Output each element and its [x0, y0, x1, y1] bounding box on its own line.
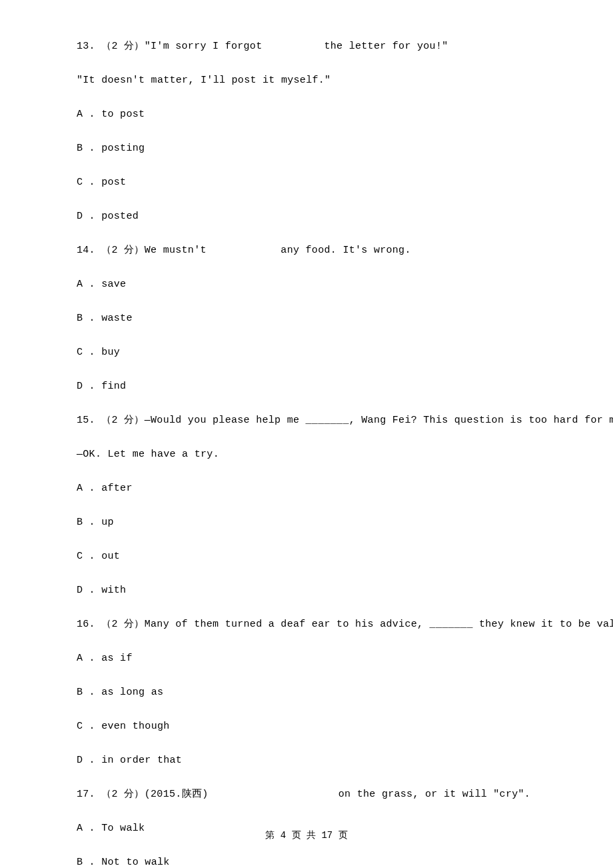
- page-content: 13. （2 分）"I'm sorry I forgot the letter …: [0, 0, 613, 868]
- q13-opt-c-text: post: [101, 177, 126, 188]
- q14-opt-d-text: find: [101, 381, 126, 392]
- q14-points: （2 分）: [101, 245, 145, 256]
- q15-opt-a-text: after: [101, 483, 133, 494]
- q13-stem-line2: "It doesn't matter, I'll post it myself.…: [77, 73, 546, 89]
- q13-opt-c: C . post: [77, 175, 546, 191]
- q16-opt-a: A . as if: [77, 651, 546, 667]
- q15-opt-c: C . out: [77, 549, 546, 565]
- q16-opt-d: D . in order that: [77, 753, 546, 769]
- q15-stem-line2: —OK. Let me have a try.: [77, 447, 546, 463]
- q15-opt-d: D . with: [77, 583, 546, 599]
- q14-number: 14.: [77, 245, 95, 256]
- q13-opt-a-text: to post: [101, 109, 145, 120]
- q16-opt-b: B . as long as: [77, 685, 546, 701]
- q14-opt-d: D . find: [77, 379, 546, 395]
- q13-opt-b: B . posting: [77, 141, 546, 157]
- q15-opt-d-text: with: [101, 585, 126, 596]
- q15-opt-b: B . up: [77, 515, 546, 531]
- q16-stem-line1: 16. （2 分）Many of them turned a deaf ear …: [77, 617, 546, 633]
- q16-opt-a-text: as if: [101, 653, 133, 664]
- q13-opt-d: D . posted: [77, 209, 546, 225]
- q15-points: （2 分）: [101, 415, 145, 426]
- q14-opt-c-text: buy: [101, 347, 120, 358]
- q15-text1: —Would you please help me _______, Wang …: [145, 415, 613, 426]
- q14-opt-c: C . buy: [77, 345, 546, 361]
- q15-opt-a: A . after: [77, 481, 546, 497]
- q13-points: （2 分）: [101, 41, 145, 52]
- q16-opt-b-text: as long as: [101, 687, 163, 698]
- q14-text1: We mustn't any food. It's wrong.: [145, 245, 411, 256]
- q15-opt-b-text: up: [101, 517, 114, 528]
- q13-number: 13.: [77, 41, 95, 52]
- q17-text1: (2015.陕西) on the grass, or it will "cry"…: [145, 789, 530, 800]
- q14-opt-a-text: save: [101, 279, 126, 290]
- q13-opt-a: A . to post: [77, 107, 546, 123]
- q17-number: 17.: [77, 789, 95, 800]
- q17-opt-b-text: Not to walk: [101, 857, 169, 868]
- q16-opt-d-text: in order that: [101, 755, 182, 766]
- q17-stem-line1: 17. （2 分）(2015.陕西) on the grass, or it w…: [77, 787, 546, 803]
- q15-stem-line1: 15. （2 分）—Would you please help me _____…: [77, 413, 546, 429]
- q14-opt-b: B . waste: [77, 311, 546, 327]
- q14-opt-b-text: waste: [101, 313, 133, 324]
- q13-opt-b-text: posting: [101, 143, 145, 154]
- q16-points: （2 分）: [101, 619, 145, 630]
- q13-stem-line1: 13. （2 分）"I'm sorry I forgot the letter …: [77, 39, 546, 55]
- q15-number: 15.: [77, 415, 95, 426]
- q16-text1: Many of them turned a deaf ear to his ad…: [145, 619, 613, 630]
- q14-opt-a: A . save: [77, 277, 546, 293]
- q16-opt-c: C . even though: [77, 719, 546, 735]
- q13-text1: "I'm sorry I forgot the letter for you!": [145, 41, 448, 52]
- q15-opt-c-text: out: [101, 551, 120, 562]
- page-footer: 第 4 页 共 17 页: [0, 828, 613, 843]
- q13-opt-d-text: posted: [101, 211, 139, 222]
- q16-number: 16.: [77, 619, 95, 630]
- q16-opt-c-text: even though: [101, 721, 169, 732]
- q14-stem-line1: 14. （2 分）We mustn't any food. It's wrong…: [77, 243, 546, 259]
- q17-points: （2 分）: [101, 789, 145, 800]
- q17-opt-b: B . Not to walk: [77, 855, 546, 868]
